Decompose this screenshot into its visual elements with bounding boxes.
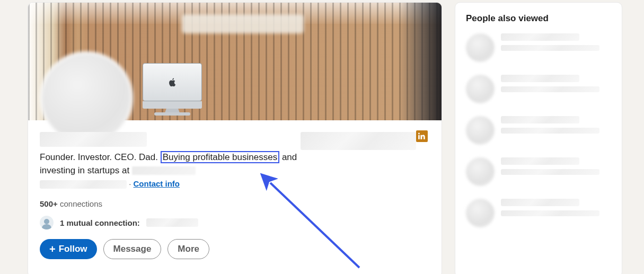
action-buttons: + Follow Message More (40, 239, 430, 259)
location-contact-row: · Contact info (40, 179, 430, 189)
avatar-redacted (466, 33, 495, 62)
connections-count[interactable]: 500+ connections (40, 199, 430, 208)
suggested-person[interactable] (466, 157, 611, 186)
suggested-name-redacted (501, 116, 579, 123)
profile-headline: Founder. Investor. CEO. Dad. Buying prof… (40, 151, 315, 177)
mutual-name-redacted (146, 218, 198, 227)
message-button[interactable]: Message (103, 239, 162, 259)
separator: · (129, 179, 131, 188)
follow-label: Follow (59, 244, 87, 254)
cover-overlay-redacted (182, 14, 304, 33)
more-button[interactable]: More (167, 239, 209, 259)
suggested-person[interactable] (466, 199, 611, 227)
apple-icon (169, 78, 177, 86)
mutual-label: mutual connection: (67, 218, 140, 227)
plus-icon: + (49, 244, 56, 254)
suggested-name-redacted (501, 33, 579, 41)
connections-word: connections (60, 199, 102, 208)
suggested-name-redacted (501, 199, 579, 206)
avatar-redacted (466, 157, 495, 186)
avatar-redacted (466, 75, 495, 103)
cover-imac-graphic (132, 63, 217, 120)
avatar-icon (40, 216, 54, 229)
suggested-title-redacted (501, 169, 599, 175)
mutual-count: 1 (60, 218, 64, 227)
suggested-title-redacted (501, 86, 599, 92)
connections-number: 500+ (40, 199, 58, 208)
follow-button[interactable]: + Follow (40, 239, 97, 259)
suggested-title-redacted (501, 210, 599, 216)
suggested-name-redacted (501, 75, 579, 82)
suggested-name-redacted (501, 157, 579, 165)
profile-card: Founder. Investor. CEO. Dad. Buying prof… (28, 2, 442, 274)
headline-highlighted: Buying profitable businesses (161, 151, 279, 163)
suggested-person[interactable] (466, 33, 611, 62)
people-also-viewed-card: People also viewed (455, 2, 622, 274)
avatar-redacted (466, 199, 495, 227)
sidebar-title: People also viewed (466, 13, 611, 24)
company-redacted (301, 132, 416, 150)
suggested-title-redacted (501, 45, 599, 51)
avatar-redacted (466, 116, 495, 145)
headline-prefix: Founder. Investor. CEO. Dad. (40, 152, 158, 162)
contact-info-link[interactable]: Contact info (134, 179, 180, 188)
headline-company-redacted (132, 166, 196, 175)
suggested-person[interactable] (466, 116, 611, 145)
suggested-title-redacted (501, 128, 599, 134)
mutual-connections-row[interactable]: 1 mutual connection: (40, 216, 430, 229)
location-redacted (40, 180, 127, 189)
suggested-person[interactable] (466, 75, 611, 103)
profile-name-redacted (40, 132, 147, 147)
